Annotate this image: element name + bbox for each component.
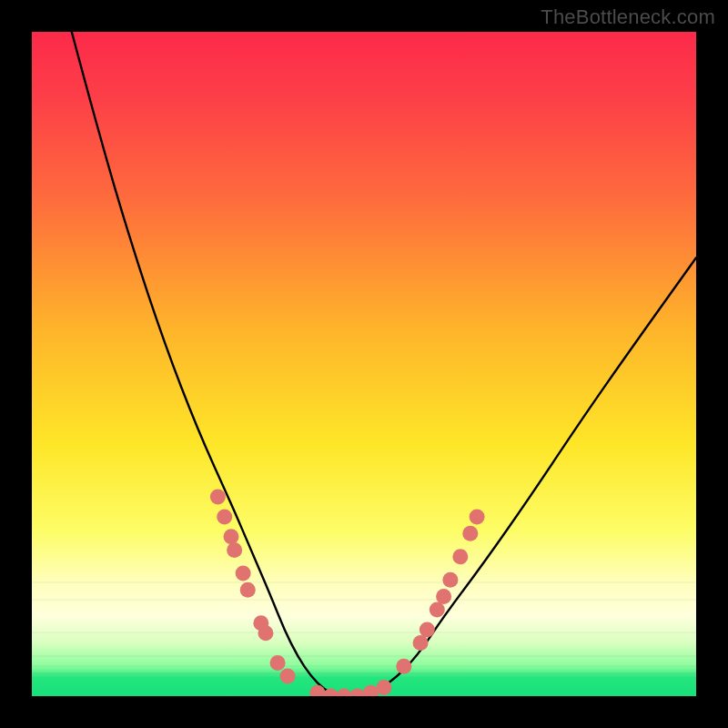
bottleneck-curve-svg xyxy=(32,32,696,696)
bottleneck-curve xyxy=(72,32,696,696)
marker-dot xyxy=(258,625,273,641)
marker-dot xyxy=(210,490,226,505)
marker-dot xyxy=(280,669,296,684)
marker-dot xyxy=(462,526,478,541)
marker-dot xyxy=(420,622,435,638)
marker-dot xyxy=(337,689,352,697)
marker-dot xyxy=(430,602,445,618)
marker-dot xyxy=(227,542,242,558)
marker-dot xyxy=(436,589,451,604)
marker-dot xyxy=(442,572,458,588)
marker-dot xyxy=(349,689,365,697)
marker-dot xyxy=(270,655,286,671)
marker-dot xyxy=(363,685,379,696)
marker-dot xyxy=(452,549,468,564)
marker-dots xyxy=(210,490,485,697)
marker-dot xyxy=(224,529,239,544)
marker-dot xyxy=(236,565,251,581)
marker-dot xyxy=(240,582,256,598)
marker-dot xyxy=(470,509,485,524)
marker-dot xyxy=(376,680,391,695)
plot-area xyxy=(32,32,696,696)
watermark-text: TheBottleneck.com xyxy=(541,5,715,29)
marker-dot xyxy=(217,509,232,524)
chart-frame: TheBottleneck.com xyxy=(0,0,728,728)
marker-dot xyxy=(396,659,411,674)
marker-dot xyxy=(413,635,429,651)
